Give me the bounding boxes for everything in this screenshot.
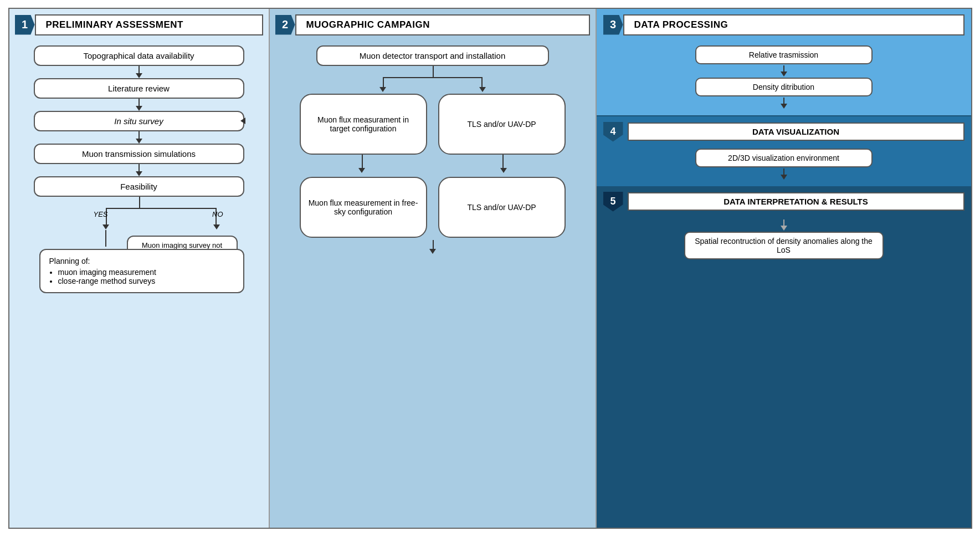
insitu-box: In situ survey	[34, 111, 244, 131]
section-4-header: 4 DATA VISUALIZATION	[603, 122, 964, 142]
section-3-header: 3 DATA PROCESSING	[603, 14, 964, 35]
transport-box: Muon detector transport and installation	[316, 45, 549, 66]
planning-item-2: close-range method surveys	[58, 277, 234, 285]
viz-box: 2D/3D visualization environment	[695, 149, 873, 167]
bottom-connector	[316, 240, 549, 257]
section-3-title: DATA PROCESSING	[623, 14, 964, 35]
branch-area: YES NO	[34, 197, 244, 241]
sim-box: Muon transmission simulations	[34, 144, 244, 164]
section-1-title: PRELIMINARY ASSESSMENT	[35, 14, 263, 35]
lit-box: Literature review	[34, 78, 244, 99]
feedback-indicator	[240, 118, 245, 124]
bottom-pair: Muon flux measurement in free-sky config…	[300, 177, 566, 238]
col1-flow: Topographical data availability Literatu…	[15, 45, 263, 293]
column-3: 3 DATA PROCESSING Relative trasmission D…	[597, 9, 971, 528]
bot-left-box: Muon flux measurement in free-sky config…	[300, 177, 427, 238]
section-2-header: 2 MUOGRAPHIC CAMPAIGN	[275, 14, 590, 35]
planning-item-1: muon imaging measurement	[58, 268, 234, 277]
col3-interp-content: Spatial recontruction of density anomali…	[603, 218, 964, 259]
data-interpretation-section: 5 DATA INTERPRETATION & RESULTS Spatial …	[597, 186, 971, 528]
section-1-number: 1	[15, 15, 35, 35]
relative-box: Relative trasmission	[695, 45, 873, 64]
column-1: 1 PRELIMINARY ASSESSMENT Topographical d…	[9, 9, 270, 528]
data-processing-section: 3 DATA PROCESSING Relative trasmission D…	[597, 9, 971, 115]
arrow-lit-insitu	[136, 99, 142, 111]
bot-right-box: TLS and/or UAV-DP	[438, 177, 566, 238]
column-2: 2 MUOGRAPHIC CAMPAIGN Muon detector tran…	[270, 9, 597, 528]
data-visualization-section: 4 DATA VISUALIZATION 2D/3D visualization…	[597, 115, 971, 186]
top-pair: Muon flux measurament in target configur…	[300, 94, 566, 155]
diagram-wrapper: 1 PRELIMINARY ASSESSMENT Topographical d…	[8, 8, 972, 529]
section-5-header: 5 DATA INTERPRETATION & RESULTS	[603, 192, 964, 212]
section-4-number: 4	[603, 122, 623, 142]
col3-viz-content: 2D/3D visualization environment	[603, 149, 964, 181]
col3-dp-content: Relative trasmission Density ditribution	[603, 45, 964, 110]
planning-list: muon imaging measurement close-range met…	[58, 268, 234, 285]
section-3-number: 3	[603, 15, 623, 35]
topo-box: Topographical data availability	[34, 45, 244, 66]
arrow-sim-feasibility	[136, 164, 142, 176]
section-5-number: 5	[603, 192, 623, 212]
top-left-box: Muon flux measurament in target configur…	[300, 94, 427, 155]
planning-title: Planning of:	[49, 257, 90, 266]
feasibility-box: Feasibility	[34, 176, 244, 197]
arrow-insitu-sim	[136, 131, 142, 144]
yes-label: YES	[94, 210, 108, 218]
density-box: Density ditribution	[695, 78, 873, 96]
spatial-box: Spatial recontruction of density anomali…	[684, 232, 884, 259]
transport-split	[316, 66, 549, 94]
arrow-interp-spatial	[781, 219, 787, 231]
insitu-row: In situ survey	[34, 111, 244, 131]
no-label: NO	[212, 210, 223, 218]
section-4-title: DATA VISUALIZATION	[628, 122, 964, 141]
arrow-viz-interp	[781, 169, 787, 180]
section-1-header: 1 PRELIMINARY ASSESSMENT	[15, 14, 263, 35]
section-2-title: MUOGRAPHIC CAMPAIGN	[295, 14, 590, 35]
arrow-rel-density	[781, 65, 787, 76]
pair-arrows	[297, 155, 568, 177]
section-2-number: 2	[275, 15, 295, 35]
planning-box: Planning of: muon imaging measurement cl…	[39, 249, 244, 293]
top-right-box: TLS and/or UAV-DP	[438, 94, 566, 155]
arrow-density-viz	[781, 98, 787, 109]
section-5-title: DATA INTERPRETATION & RESULTS	[628, 192, 964, 211]
arrow-topo-lit	[136, 66, 142, 78]
col2-flow: Muon detector transport and installation…	[275, 45, 590, 257]
